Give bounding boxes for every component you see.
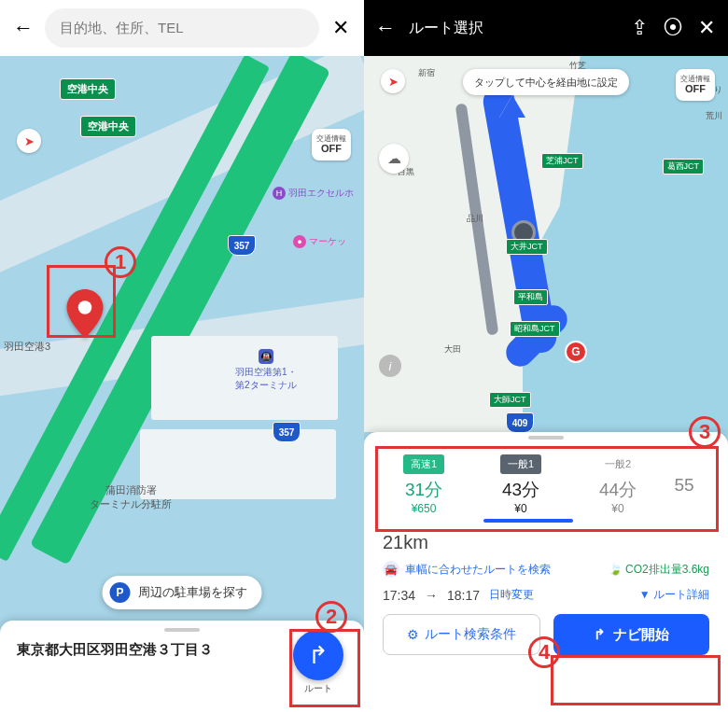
tab-time: 44分 [573,478,663,502]
tab-cost: ¥0 [476,502,566,515]
drag-handle[interactable] [528,436,564,440]
start-nav-label: ナビ開始 [613,626,669,644]
map-label: 大田 [444,343,461,356]
route-tab-general1[interactable]: 一般1 43分 ¥0 [476,454,566,515]
tab-time: 55 [670,475,698,496]
poi-text: マーケッ [309,235,346,248]
route-detail-button[interactable]: ▼ ルート詳細 [639,587,709,603]
jct-label: 大師JCT [489,392,531,408]
tab-name: 高速1 [403,454,444,474]
station-label: 🚇 羽田空港第1・ 第2ターミナル [235,349,297,392]
search-placeholder: 目的地、住所、TEL [60,20,184,37]
page-title: ルート選択 [405,19,620,38]
search-conditions-button[interactable]: ⚙ ルート検索条件 [383,614,540,655]
poi-hotel: H羽田エクセルホ [273,187,354,200]
co2-text: 🍃 CO2排出量3.6kg [609,562,709,578]
poi-text: 羽田エクセルホ [288,187,354,200]
hotel-icon: H [273,187,286,200]
info-button[interactable]: i [379,355,401,377]
back-button[interactable]: ← [371,14,399,42]
route-tab-more[interactable]: 55 [670,454,698,515]
map-label: 新宿 [418,67,435,79]
co2-value: CO2排出量3.6kg [625,563,709,576]
station-name: 羽田空港第1・ 第2ターミナル [235,366,297,392]
set-waypoint-chip[interactable]: タップして中心を経由地に設定 [463,69,629,95]
add-waypoint-button[interactable]: ⦿ [659,14,687,42]
topbar-right: ← ルート選択 ⇪ ⦿ ✕ [364,0,728,56]
svg-point-0 [78,300,92,314]
route-shield: 357 [228,235,256,256]
distance-text: 21km [364,523,728,559]
parking-icon: P [110,582,131,603]
close-button[interactable]: ✕ [693,14,721,42]
exit-label: 空港中央 [80,116,136,137]
route-tabs: 高速1 31分 ¥650 一般1 43分 ¥0 一般2 44分 ¥0 55 [364,449,728,528]
exit-label: 空港中央 [60,78,116,100]
route-shield: 409 [506,412,534,433]
actions-row: ⚙ ルート検索条件 ↱ ナビ開始 [364,614,728,655]
back-button[interactable]: ← [9,14,37,42]
tab-time: 31分 [379,478,469,502]
tab-name [677,462,692,468]
screen-left: ➤ 交通情報 OFF 空港中央 空港中央 357 357 羽田空港3 蒲田消防署… [0,0,364,712]
arrive-time: 18:17 [447,588,480,603]
share-button[interactable]: ⇪ [625,14,653,42]
search-input[interactable]: 目的地、住所、TEL [45,8,319,48]
jct-label: 平和島 [513,289,548,305]
hints-row: 🚘 車幅に合わせたルートを検索 🍃 CO2排出量3.6kg [364,559,728,587]
route-tab-general2[interactable]: 一般2 44分 ¥0 [573,454,663,515]
map-label: 蒲田消防署 ターミナル分駐所 [90,483,172,511]
compass-button[interactable]: ➤ [381,69,405,93]
search-cond-label: ルート検索条件 [425,626,516,643]
tab-name: 一般2 [597,454,638,474]
map-right[interactable]: G 新宿 目黒 品川 大田 荒川 芝浦JCT 葛西JCT 大井JCT 平和島 昭… [364,56,728,432]
tab-cost: ¥0 [573,502,663,515]
map-label: 荒川 [706,110,722,122]
jct-label: 昭和島JCT [510,321,560,337]
tab-time: 43分 [476,478,566,502]
train-icon: 🚇 [259,349,273,364]
route-tab-expy1[interactable]: 高速1 31分 ¥650 [379,454,469,515]
route-button[interactable]: ↱ ルート [293,630,343,695]
traffic-value: OFF [321,143,342,154]
traffic-toggle[interactable]: 交通情報 OFF [676,69,715,101]
route-shield: 357 [273,422,301,442]
bottom-sheet-right[interactable]: 高速1 31分 ¥650 一般1 43分 ¥0 一般2 44分 ¥0 55 21… [364,432,728,712]
bottom-sheet-left[interactable]: 東京都大田区羽田空港３丁目３ ↱ ルート [0,621,364,712]
map-left[interactable]: ➤ 交通情報 OFF 空港中央 空港中央 357 357 羽田空港3 蒲田消防署… [0,56,364,712]
jct-label: 葛西JCT [663,159,705,175]
start-navigation-button[interactable]: ↱ ナビ開始 [553,614,709,655]
route-icon: ↱ [293,630,343,680]
shop-icon: ● [293,235,306,248]
map-label: 品川 [467,213,483,225]
current-location-arrow [499,95,525,118]
traffic-toggle[interactable]: 交通情報 OFF [312,129,351,161]
route-button-label: ルート [304,682,332,695]
tab-cost: ¥650 [379,502,469,515]
time-row: 17:34→18:17 日時変更 ▼ ルート詳細 [364,587,728,614]
width-hint[interactable]: 車幅に合わせたルートを検索 [405,562,551,578]
jct-label: 大井JCT [506,239,548,255]
poi-market: ●マーケッ [293,235,346,248]
drag-handle[interactable] [164,628,200,632]
parking-search-chip[interactable]: P 周辺の駐車場を探す [103,576,262,609]
compass-button[interactable]: ➤ [17,129,41,153]
depart-time: 17:34 [383,588,415,603]
topbar-left: ← 目的地、住所、TEL ✕ [0,0,364,56]
screen-right: G 新宿 目黒 品川 大田 荒川 芝浦JCT 葛西JCT 大井JCT 平和島 昭… [364,0,728,712]
via-chip-label: タップして中心を経由地に設定 [474,76,618,90]
close-button[interactable]: ✕ [327,14,355,42]
traffic-value: OFF [685,83,706,94]
jct-label: 芝浦JCT [541,153,583,169]
car-icon: 🚘 [383,561,399,578]
goal-marker: G [565,341,587,363]
tab-name: 一般1 [500,454,541,474]
map-label: 羽田空港3 [4,340,50,354]
change-time-button[interactable]: 日時変更 [489,587,534,603]
weather-button[interactable]: ☁ [379,144,409,174]
location-pin[interactable] [65,289,105,328]
traffic-label: 交通情報 [680,76,710,84]
traffic-label: 交通情報 [316,135,346,144]
parking-chip-label: 周辺の駐車場を探す [138,584,247,601]
